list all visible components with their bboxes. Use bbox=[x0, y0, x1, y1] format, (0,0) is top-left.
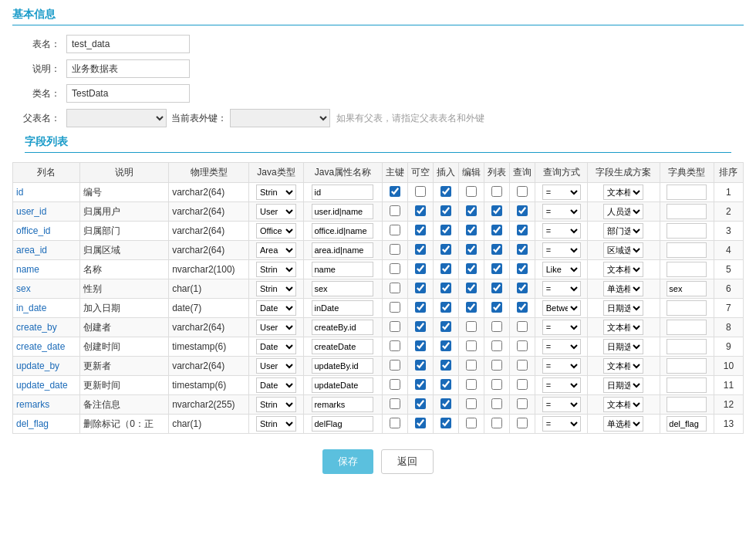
field-dict-type[interactable] bbox=[660, 241, 714, 260]
field-gen-mode[interactable]: 文本框单选框复选框日期选人员选部门选区域选 bbox=[588, 241, 660, 260]
field-nullable[interactable] bbox=[408, 337, 434, 357]
field-gen-mode[interactable]: 文本框单选框复选框日期选人员选部门选区域选 bbox=[588, 299, 660, 318]
field-insert[interactable] bbox=[434, 241, 459, 260]
field-java-type[interactable]: StrinIntegerLongDoubleDateBooleanUserOff… bbox=[249, 318, 303, 337]
field-java-attr[interactable] bbox=[303, 318, 383, 337]
field-query[interactable] bbox=[510, 376, 535, 395]
field-dict-type[interactable] bbox=[660, 202, 714, 222]
field-gen-mode[interactable]: 文本框单选框复选框日期选人员选部门选区域选 bbox=[588, 222, 660, 241]
field-dict-type[interactable] bbox=[660, 299, 714, 318]
field-pk[interactable] bbox=[383, 183, 408, 202]
field-java-type[interactable]: StrinIntegerLongDoubleDateBooleanUserOff… bbox=[249, 337, 303, 357]
field-insert[interactable] bbox=[434, 222, 459, 241]
field-query[interactable] bbox=[510, 279, 535, 299]
save-button[interactable]: 保存 bbox=[322, 449, 373, 474]
field-nullable[interactable] bbox=[408, 279, 434, 299]
field-query-mode[interactable]: =LikeBetwe>=<= bbox=[535, 222, 588, 241]
field-nullable[interactable] bbox=[408, 183, 434, 202]
field-query[interactable] bbox=[510, 260, 535, 279]
field-java-type[interactable]: StrinIntegerLongDoubleDateBooleanUserOff… bbox=[249, 183, 303, 202]
field-query[interactable] bbox=[510, 222, 535, 241]
field-java-type[interactable]: StrinIntegerLongDoubleDateBooleanUserOff… bbox=[249, 279, 303, 299]
field-java-attr[interactable] bbox=[303, 415, 383, 434]
field-nullable[interactable] bbox=[408, 395, 434, 415]
class-name-input[interactable] bbox=[66, 84, 190, 103]
field-edit[interactable] bbox=[459, 337, 484, 357]
field-list[interactable] bbox=[484, 260, 510, 279]
field-query-mode[interactable]: =LikeBetwe>=<= bbox=[535, 318, 588, 337]
field-java-type[interactable]: StrinIntegerLongDoubleDateBooleanUserOff… bbox=[249, 395, 303, 415]
parent-table-select[interactable] bbox=[66, 109, 167, 127]
field-edit[interactable] bbox=[459, 222, 484, 241]
field-list[interactable] bbox=[484, 395, 510, 415]
field-java-attr[interactable] bbox=[303, 241, 383, 260]
field-query-mode[interactable]: =LikeBetwe>=<= bbox=[535, 299, 588, 318]
field-java-type[interactable]: StrinIntegerLongDoubleDateBooleanUserOff… bbox=[249, 202, 303, 222]
field-query-mode[interactable]: =LikeBetwe>=<= bbox=[535, 337, 588, 357]
field-edit[interactable] bbox=[459, 357, 484, 376]
current-fk-select[interactable] bbox=[230, 109, 330, 127]
field-query-mode[interactable]: =LikeBetwe>=<= bbox=[535, 376, 588, 395]
field-edit[interactable] bbox=[459, 241, 484, 260]
field-insert[interactable] bbox=[434, 183, 459, 202]
field-gen-mode[interactable]: 文本框单选框复选框日期选人员选部门选区域选 bbox=[588, 202, 660, 222]
field-java-type[interactable]: StrinIntegerLongDoubleDateBooleanUserOff… bbox=[249, 376, 303, 395]
field-pk[interactable] bbox=[383, 337, 408, 357]
field-edit[interactable] bbox=[459, 279, 484, 299]
field-nullable[interactable] bbox=[408, 202, 434, 222]
field-gen-mode[interactable]: 文本框单选框复选框日期选人员选部门选区域选 bbox=[588, 279, 660, 299]
field-nullable[interactable] bbox=[408, 222, 434, 241]
field-list[interactable] bbox=[484, 415, 510, 434]
field-insert[interactable] bbox=[434, 318, 459, 337]
field-edit[interactable] bbox=[459, 376, 484, 395]
field-nullable[interactable] bbox=[408, 357, 434, 376]
field-nullable[interactable] bbox=[408, 299, 434, 318]
field-edit[interactable] bbox=[459, 318, 484, 337]
field-pk[interactable] bbox=[383, 357, 408, 376]
field-java-type[interactable]: StrinIntegerLongDoubleDateBooleanUserOff… bbox=[249, 415, 303, 434]
field-query[interactable] bbox=[510, 415, 535, 434]
field-edit[interactable] bbox=[459, 183, 484, 202]
field-query[interactable] bbox=[510, 202, 535, 222]
field-list[interactable] bbox=[484, 279, 510, 299]
table-name-input[interactable] bbox=[66, 35, 190, 53]
field-gen-mode[interactable]: 文本框单选框复选框日期选人员选部门选区域选 bbox=[588, 337, 660, 357]
field-dict-type[interactable] bbox=[660, 260, 714, 279]
field-java-attr[interactable] bbox=[303, 337, 383, 357]
field-query[interactable] bbox=[510, 395, 535, 415]
field-java-type[interactable]: StrinIntegerLongDoubleDateBooleanUserOff… bbox=[249, 241, 303, 260]
field-query-mode[interactable]: =LikeBetwe>=<= bbox=[535, 357, 588, 376]
field-list[interactable] bbox=[484, 337, 510, 357]
field-pk[interactable] bbox=[383, 415, 408, 434]
field-edit[interactable] bbox=[459, 395, 484, 415]
field-dict-type[interactable] bbox=[660, 279, 714, 299]
field-dict-type[interactable] bbox=[660, 376, 714, 395]
field-java-type[interactable]: StrinIntegerLongDoubleDateBooleanUserOff… bbox=[249, 357, 303, 376]
field-dict-type[interactable] bbox=[660, 222, 714, 241]
field-query[interactable] bbox=[510, 357, 535, 376]
field-list[interactable] bbox=[484, 183, 510, 202]
field-java-type[interactable]: StrinIntegerLongDoubleDateBooleanUserOff… bbox=[249, 260, 303, 279]
field-list[interactable] bbox=[484, 299, 510, 318]
field-java-type[interactable]: StrinIntegerLongDoubleDateBooleanUserOff… bbox=[249, 299, 303, 318]
field-insert[interactable] bbox=[434, 415, 459, 434]
field-pk[interactable] bbox=[383, 222, 408, 241]
field-dict-type[interactable] bbox=[660, 395, 714, 415]
field-nullable[interactable] bbox=[408, 260, 434, 279]
field-list[interactable] bbox=[484, 222, 510, 241]
field-dict-type[interactable] bbox=[660, 318, 714, 337]
field-gen-mode[interactable]: 文本框单选框复选框日期选人员选部门选区域选 bbox=[588, 395, 660, 415]
field-query[interactable] bbox=[510, 337, 535, 357]
field-list[interactable] bbox=[484, 376, 510, 395]
field-dict-type[interactable] bbox=[660, 357, 714, 376]
field-query[interactable] bbox=[510, 318, 535, 337]
field-dict-type[interactable] bbox=[660, 415, 714, 434]
field-pk[interactable] bbox=[383, 376, 408, 395]
field-edit[interactable] bbox=[459, 299, 484, 318]
field-dict-type[interactable] bbox=[660, 337, 714, 357]
field-nullable[interactable] bbox=[408, 318, 434, 337]
field-insert[interactable] bbox=[434, 376, 459, 395]
field-list[interactable] bbox=[484, 241, 510, 260]
field-edit[interactable] bbox=[459, 202, 484, 222]
field-query-mode[interactable]: =LikeBetwe>=<= bbox=[535, 202, 588, 222]
